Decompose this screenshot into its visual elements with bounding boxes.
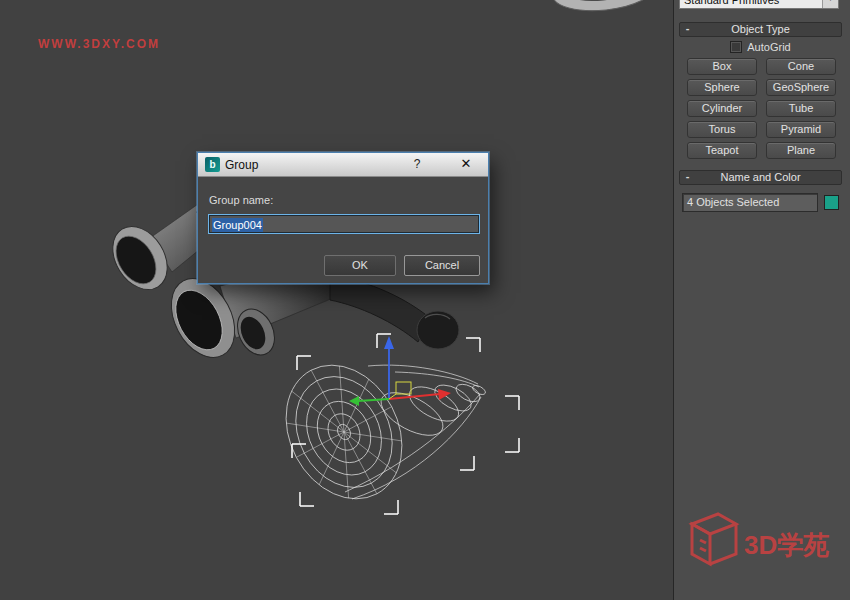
group-name-label: Group name: [209,194,273,206]
name-color-row: 4 Objects Selected [682,193,842,213]
viewport-scene [0,0,673,600]
ok-button[interactable]: OK [324,255,396,276]
selected-text: Group004 [212,218,263,232]
box-button[interactable]: Box [687,58,757,75]
primitive-buttons: Box Cone Sphere GeoSphere Cylinder Tube … [687,58,837,159]
group-name-input[interactable]: Group004 [208,214,480,234]
dialog-titlebar[interactable]: b Group ? ✕ [198,153,488,177]
app-window: WWW.3DXY.COM b Group ? ✕ Group name: Gro… [0,0,850,600]
close-icon[interactable]: ✕ [456,156,476,173]
collapse-icon[interactable]: - [682,24,693,35]
shaded-object-top[interactable] [550,0,658,15]
tube-button[interactable]: Tube [766,100,836,117]
geosphere-button[interactable]: GeoSphere [766,79,836,96]
wireframe-horn[interactable] [263,345,486,519]
3dsmax-icon: b [205,157,220,172]
rollout-title: Object Type [731,23,790,35]
pyramid-button[interactable]: Pyramid [766,121,836,138]
primitives-dropdown[interactable]: Standard Primitives ▾ [679,0,839,9]
autogrid-checkbox[interactable] [730,41,742,53]
group-dialog: b Group ? ✕ Group name: Group004 OK Canc… [197,152,489,284]
object-name-field[interactable]: 4 Objects Selected [682,193,818,212]
viewport[interactable]: WWW.3DXY.COM [0,0,673,600]
rollout-object-type[interactable]: - Object Type [679,22,842,37]
watermark-text: WWW.3DXY.COM [38,37,160,51]
autogrid-row: AutoGrid [679,40,842,54]
watermark-logo: 3D学苑 [678,502,846,582]
primitives-dropdown-clip: Standard Primitives ▾ [679,0,839,9]
cone-button[interactable]: Cone [766,58,836,75]
torus-button[interactable]: Torus [687,121,757,138]
help-icon[interactable]: ? [408,157,426,173]
rollout-title: Name and Color [720,171,800,183]
selection-brackets [292,334,519,514]
cancel-button[interactable]: Cancel [404,255,480,276]
autogrid-label: AutoGrid [747,41,790,53]
chevron-down-icon: ▾ [822,0,838,8]
rollout-name-and-color[interactable]: - Name and Color [679,170,842,185]
teapot-button[interactable]: Teapot [687,142,757,159]
cylinder-button[interactable]: Cylinder [687,100,757,117]
sphere-button[interactable]: Sphere [687,79,757,96]
watermark-logo-text: 3D学苑 [744,530,829,560]
dialog-title: Group [225,158,258,172]
command-panel: Standard Primitives ▾ - Object Type Auto… [673,0,850,600]
dropdown-value: Standard Primitives [684,0,779,6]
plane-button[interactable]: Plane [766,142,836,159]
object-color-swatch[interactable] [824,195,839,210]
collapse-icon[interactable]: - [682,172,693,183]
